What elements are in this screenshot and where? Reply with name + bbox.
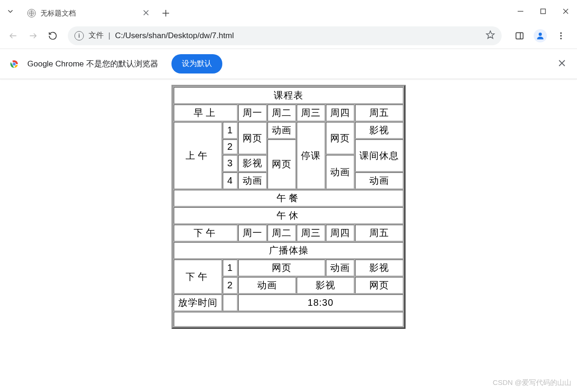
day-tue: 周二	[268, 105, 296, 121]
am-label: 上午	[174, 122, 222, 189]
globe-icon	[27, 9, 36, 17]
day-tue-pm: 周二	[268, 225, 296, 241]
watermark: CSDN @爱写代码的山山	[493, 378, 571, 387]
tab-close-button[interactable]	[141, 9, 151, 17]
svg-marker-11	[487, 31, 495, 38]
day-wed-pm: 周三	[297, 225, 325, 241]
url-scheme-label: 文件	[89, 31, 104, 41]
svg-point-15	[560, 32, 561, 33]
cell: 网页	[268, 139, 296, 189]
period-1: 1	[223, 122, 237, 139]
pm-period-2: 2	[223, 277, 237, 294]
page-content: 课程表 早上 周一 周二 周三 周四 周五 上午 1 网页 动画 停课 网页 影…	[0, 79, 577, 335]
day-fri-pm: 周五	[355, 225, 403, 241]
browser-titlebar: 无标题文档	[0, 0, 577, 23]
cell: 影视	[355, 260, 403, 276]
day-fri: 周五	[355, 105, 403, 121]
period-2: 2	[223, 139, 237, 154]
cell: 网页	[355, 277, 403, 294]
svg-rect-12	[516, 33, 523, 39]
cell: 影视	[355, 122, 403, 139]
table-title: 课程表	[174, 87, 403, 104]
dismiss-time: 18:30	[238, 294, 403, 311]
bookmark-star-icon[interactable]	[486, 30, 495, 41]
svg-point-16	[560, 35, 561, 36]
default-browser-infobar: Google Chrome 不是您的默认浏览器 设为默认	[0, 49, 577, 79]
svg-point-17	[560, 38, 561, 39]
svg-point-14	[539, 33, 542, 36]
new-tab-button[interactable]	[157, 4, 174, 23]
day-thu: 周四	[326, 105, 354, 121]
dismiss-label: 放学时间	[174, 294, 222, 311]
tab-title: 无标题文档	[41, 9, 137, 18]
forward-button[interactable]	[24, 27, 41, 44]
gymnastics-row: 广播体操	[174, 242, 403, 259]
day-mon: 周一	[238, 105, 267, 121]
cell: 动画	[355, 172, 403, 189]
reload-button[interactable]	[44, 27, 61, 44]
cell: 停课	[297, 122, 325, 189]
maximize-button[interactable]	[532, 0, 554, 23]
infobar-close-button[interactable]	[555, 56, 569, 72]
cell: 网页	[326, 122, 354, 154]
cell: 网页	[238, 260, 325, 276]
cell: 动画	[268, 122, 296, 139]
side-panel-icon[interactable]	[511, 27, 528, 44]
period-4: 4	[223, 172, 237, 189]
cell: 网页	[238, 122, 267, 154]
window-controls	[509, 0, 577, 23]
empty-cell	[223, 294, 237, 311]
period-3: 3	[223, 155, 237, 172]
morning-header: 早上	[174, 105, 237, 121]
menu-button[interactable]	[553, 27, 569, 44]
tab-search-button[interactable]	[0, 0, 21, 23]
cell: 动画	[326, 260, 354, 276]
cell: 动画	[238, 172, 267, 189]
pm-header: 下午	[174, 225, 237, 241]
address-bar[interactable]: i 文件 | C:/Users/shan/Desktop/dw/7.html	[68, 26, 502, 45]
day-mon-pm: 周一	[238, 225, 267, 241]
browser-toolbar: i 文件 | C:/Users/shan/Desktop/dw/7.html	[0, 23, 577, 49]
empty-row	[174, 312, 403, 327]
minimize-button[interactable]	[509, 0, 532, 23]
back-button[interactable]	[5, 27, 22, 44]
break-row: 午休	[174, 207, 403, 224]
svg-rect-6	[541, 9, 545, 14]
chrome-logo-icon	[8, 58, 20, 70]
info-icon: i	[74, 31, 84, 41]
profile-avatar[interactable]	[532, 27, 549, 44]
schedule-table: 课程表 早上 周一 周二 周三 周四 周五 上午 1 网页 动画 停课 网页 影…	[171, 85, 405, 329]
close-window-button[interactable]	[554, 0, 577, 23]
infobar-message: Google Chrome 不是您的默认浏览器	[27, 58, 158, 69]
pm-period-1: 1	[223, 260, 237, 276]
url-text: C:/Users/shan/Desktop/dw/7.html	[115, 31, 481, 41]
cell: 影视	[297, 277, 354, 294]
day-wed: 周三	[297, 105, 325, 121]
pm-label2: 下午	[174, 260, 222, 294]
lunch-row: 午餐	[174, 190, 403, 206]
cell: 动画	[238, 277, 296, 294]
cell: 课间休息	[355, 139, 403, 172]
set-default-button[interactable]: 设为默认	[171, 54, 222, 74]
browser-tab[interactable]: 无标题文档	[21, 4, 157, 23]
cell: 动画	[326, 155, 354, 189]
cell: 影视	[238, 155, 267, 172]
day-thu-pm: 周四	[326, 225, 354, 241]
